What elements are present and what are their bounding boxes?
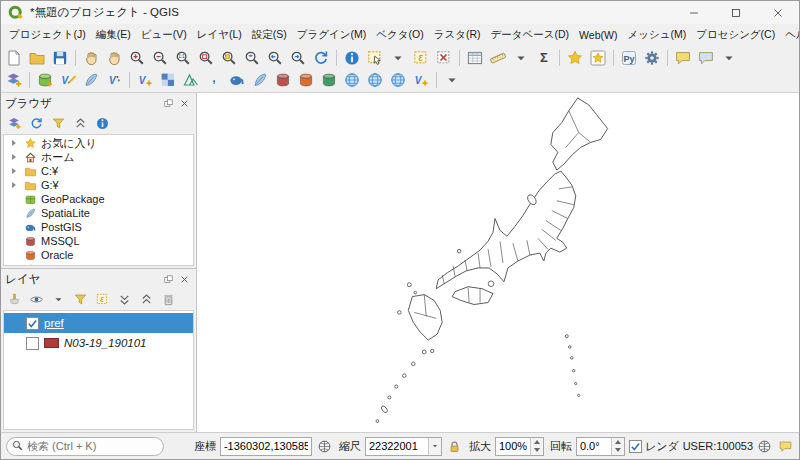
zoom-to-selection-button[interactable] <box>218 48 240 69</box>
add-delimited-text-layer-button[interactable]: , <box>203 70 225 91</box>
select-by-expression-button[interactable]: ε <box>410 48 432 69</box>
rotation-spinbox[interactable] <box>576 437 625 456</box>
new-spatialite-button[interactable] <box>80 70 102 91</box>
rotation-down-button[interactable] <box>612 446 624 455</box>
remove-layer-button[interactable] <box>159 290 178 308</box>
pan-map-button[interactable] <box>80 48 102 69</box>
browser-properties-button[interactable] <box>93 114 112 132</box>
menu-web[interactable]: Web(W) <box>574 26 622 44</box>
add-mssql-layer-button[interactable] <box>272 70 294 91</box>
zoom-to-layer-button[interactable] <box>241 48 263 69</box>
layer-item-n03-19-190101[interactable]: N03-19_190101 <box>4 333 193 353</box>
add-db2-layer-button[interactable] <box>318 70 340 91</box>
add-spatialite-layer-button[interactable] <box>249 70 271 91</box>
zoom-in-button[interactable] <box>126 48 148 69</box>
browser-item-geopackage[interactable]: GeoPackage <box>4 192 193 206</box>
menu-processing[interactable]: プロセシング(C) <box>691 25 780 45</box>
scale-input[interactable] <box>366 438 428 455</box>
crs-status-button[interactable]: USER:100053 <box>683 438 773 455</box>
add-wms-layer-button[interactable] <box>341 70 363 91</box>
close-button[interactable] <box>757 1 799 24</box>
menu-vector[interactable]: ベクタ(O) <box>371 25 428 45</box>
scale-combo[interactable] <box>365 437 442 456</box>
render-toggle[interactable]: レンダ <box>629 439 679 454</box>
new-project-button[interactable] <box>3 48 25 69</box>
theme-menu-button[interactable] <box>49 290 68 308</box>
scale-dropdown-icon[interactable] <box>428 438 441 455</box>
layer-item-pref[interactable]: pref <box>4 313 193 333</box>
map-tips-button[interactable] <box>695 48 717 69</box>
search-input[interactable] <box>27 440 159 452</box>
open-attribute-table-button[interactable] <box>464 48 486 69</box>
rotation-input[interactable] <box>577 438 611 455</box>
coordinate-input[interactable] <box>220 437 312 456</box>
browser-item-drive-c[interactable]: C:¥ <box>4 164 193 178</box>
expand-arrow-icon[interactable] <box>9 168 19 174</box>
filter-browser-button[interactable] <box>49 114 68 132</box>
new-virtual-layer-button[interactable]: V <box>103 70 125 91</box>
menu-settings[interactable]: 設定(S) <box>247 25 292 45</box>
layer-checkbox[interactable] <box>26 317 39 330</box>
manage-map-themes-button[interactable] <box>27 290 46 308</box>
identify-features-button[interactable] <box>341 48 363 69</box>
maximize-button[interactable] <box>715 1 757 24</box>
browser-item-oracle[interactable]: Oracle <box>4 248 193 262</box>
new-geopackage-button[interactable] <box>34 70 56 91</box>
python-console-button[interactable]: Py <box>618 48 640 69</box>
add-postgis-layer-button[interactable] <box>226 70 248 91</box>
add-selected-layers-button[interactable] <box>5 114 24 132</box>
magnifier-input[interactable] <box>496 438 530 455</box>
menu-database[interactable]: データベース(D) <box>486 25 575 45</box>
refresh-map-button[interactable] <box>310 48 332 69</box>
select-menu-button[interactable] <box>387 48 409 69</box>
zoom-out-button[interactable] <box>149 48 171 69</box>
menu-view[interactable]: ビュー(V) <box>136 25 192 45</box>
browser-item-db2[interactable]: DB2 <box>4 262 193 266</box>
add-virtual-layer-button[interactable]: V <box>410 70 432 91</box>
new-bookmark-button[interactable] <box>564 48 586 69</box>
add-raster-layer-button[interactable] <box>157 70 179 91</box>
deselect-all-button[interactable] <box>433 48 455 69</box>
annotation-menu-button[interactable] <box>718 48 740 69</box>
layers-float-button[interactable] <box>160 271 176 287</box>
menu-edit[interactable]: 編集(E) <box>91 25 136 45</box>
browser-item-mssql[interactable]: MSSQL <box>4 234 193 248</box>
browser-float-button[interactable] <box>160 95 176 111</box>
expand-all-layers-button[interactable] <box>115 290 134 308</box>
open-project-button[interactable] <box>26 48 48 69</box>
browser-item-drive-g[interactable]: G:¥ <box>4 178 193 192</box>
processing-toolbox-button[interactable] <box>641 48 663 69</box>
messages-icon[interactable] <box>777 438 794 455</box>
statistical-summary-button[interactable]: Σ <box>533 48 555 69</box>
zoom-full-extent-button[interactable] <box>195 48 217 69</box>
measure-menu-button[interactable] <box>510 48 532 69</box>
save-project-button[interactable] <box>49 48 71 69</box>
add-vector-layer-button[interactable]: V <box>134 70 156 91</box>
browser-item-favorites[interactable]: お気に入り <box>4 136 193 150</box>
open-layer-styling-button[interactable] <box>5 290 24 308</box>
minimize-button[interactable] <box>673 1 715 24</box>
layer-options-menu-button[interactable] <box>441 70 463 91</box>
zoom-last-button[interactable] <box>264 48 286 69</box>
filter-by-expression-button[interactable]: ε <box>93 290 112 308</box>
rotation-up-button[interactable] <box>612 438 624 447</box>
measure-line-button[interactable] <box>487 48 509 69</box>
browser-item-home[interactable]: ホーム <box>4 150 193 164</box>
show-bookmarks-button[interactable] <box>587 48 609 69</box>
text-annotation-button[interactable] <box>672 48 694 69</box>
render-checkbox[interactable] <box>629 440 642 453</box>
menu-project[interactable]: プロジェクト(J) <box>4 25 91 45</box>
filter-legend-button[interactable] <box>71 290 90 308</box>
menu-layer[interactable]: レイヤ(L) <box>192 25 247 45</box>
menu-raster[interactable]: ラスタ(R) <box>429 25 486 45</box>
add-oracle-layer-button[interactable] <box>295 70 317 91</box>
browser-item-postgis[interactable]: PostGIS <box>4 220 193 234</box>
zoom-native-button[interactable]: 1:1 <box>172 48 194 69</box>
collapse-all-layers-button[interactable] <box>137 290 156 308</box>
menu-help[interactable]: ヘルプ(H) <box>780 25 799 45</box>
map-canvas[interactable] <box>197 93 799 432</box>
expand-arrow-icon[interactable] <box>9 182 19 188</box>
browser-close-button[interactable] <box>176 95 192 111</box>
browser-item-spatialite[interactable]: SpatiaLite <box>4 206 193 220</box>
refresh-browser-button[interactable] <box>27 114 46 132</box>
